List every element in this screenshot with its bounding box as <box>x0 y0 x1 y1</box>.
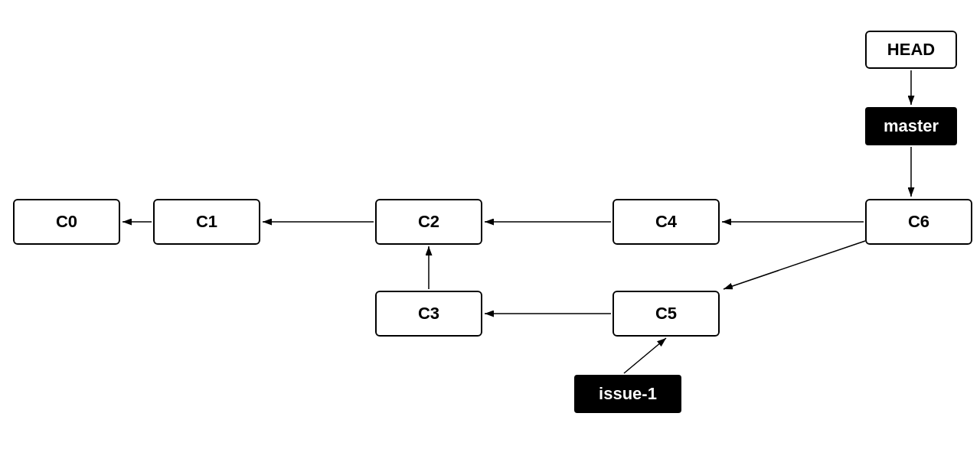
c5-label: C5 <box>655 304 677 324</box>
git-diagram: HEAD master C6 C4 C2 C1 C0 C3 C5 issue-1 <box>0 0 980 449</box>
head-label: HEAD <box>887 40 935 60</box>
svg-line-10 <box>624 338 666 373</box>
c2-node: C2 <box>375 199 482 245</box>
master-label: master <box>884 116 939 136</box>
svg-line-9 <box>724 241 865 289</box>
c3-node: C3 <box>375 291 482 337</box>
c3-label: C3 <box>418 304 439 324</box>
issue1-label: issue-1 <box>599 384 657 404</box>
c0-node: C0 <box>13 199 120 245</box>
c5-node: C5 <box>612 291 720 337</box>
c0-label: C0 <box>56 212 77 232</box>
c4-node: C4 <box>612 199 720 245</box>
head-node: HEAD <box>865 31 957 69</box>
c6-label: C6 <box>908 212 929 232</box>
arrows-svg <box>0 0 980 449</box>
c2-label: C2 <box>418 212 439 232</box>
master-node: master <box>865 107 957 145</box>
c1-label: C1 <box>196 212 217 232</box>
c1-node: C1 <box>153 199 260 245</box>
c6-node: C6 <box>865 199 972 245</box>
c4-label: C4 <box>655 212 677 232</box>
issue1-node: issue-1 <box>574 375 681 413</box>
